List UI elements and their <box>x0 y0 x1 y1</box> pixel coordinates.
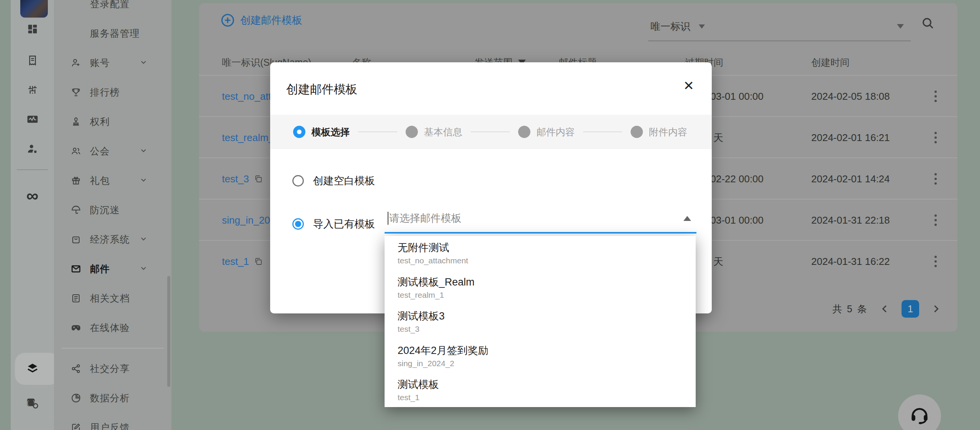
step-label: 模板选择 <box>311 126 350 138</box>
create-template-button[interactable]: 创建邮件模板 <box>220 13 302 28</box>
sidebar-item-mail[interactable]: 邮件 <box>54 254 171 284</box>
sidebar-item-rights[interactable]: 权利 <box>54 107 171 136</box>
kebab-menu-icon[interactable] <box>934 256 937 267</box>
receipt-icon[interactable] <box>11 48 54 73</box>
chevron-down-icon <box>139 264 148 274</box>
trophy-icon <box>71 87 81 97</box>
dropdown-option[interactable]: 测试模板 test_1 <box>385 373 696 407</box>
sidebar-item-analytics[interactable]: 数据分析 <box>54 383 171 413</box>
sidebar-item-gift-pack[interactable]: 礼包 <box>54 166 171 195</box>
sidebar-item-label: 服务器管理 <box>90 27 140 40</box>
dashboard-icon[interactable] <box>11 17 54 41</box>
search-input-dropdown-arrow-icon[interactable] <box>897 24 904 29</box>
radio-checked-icon[interactable] <box>292 218 304 230</box>
template-select-input[interactable]: 请选择邮件模板 <box>385 204 696 234</box>
dropdown-option[interactable]: 测试模板3 test_3 <box>385 304 696 339</box>
copy-icon[interactable] <box>254 257 263 266</box>
slug-cell: test_1 <box>222 241 263 282</box>
support-button[interactable] <box>898 394 941 430</box>
kebab-menu-icon[interactable] <box>934 214 937 226</box>
slug-link[interactable]: test_1 <box>222 256 249 268</box>
layers-icon[interactable] <box>11 357 54 381</box>
step-circle <box>406 126 418 138</box>
text-cursor <box>388 212 388 225</box>
stepper: 模板选择 基本信息 邮件内容 附件内容 <box>270 115 712 149</box>
row-actions-cell <box>928 117 943 158</box>
infinity-icon[interactable]: ∞ <box>11 183 54 208</box>
headset-icon <box>908 405 931 427</box>
sidebar-item-social-share[interactable]: 社交分享 <box>54 354 171 383</box>
total-count-label: 共 5 条 <box>832 303 868 315</box>
sidebar-item-server-management[interactable]: 服务器管理 <box>54 19 171 48</box>
dropdown-option[interactable]: 测试模板_Realm test_realm_1 <box>385 270 696 305</box>
sidebar-item-label: 在线体验 <box>90 321 130 334</box>
step-label: 基本信息 <box>424 126 462 138</box>
sidebar-item-label: 账号 <box>90 57 110 69</box>
created-cell: 2024-02-01 16:21 <box>811 117 890 158</box>
next-page-icon[interactable] <box>931 303 941 314</box>
step-template-choice: 模板选择 <box>293 126 350 138</box>
filter-field-select[interactable]: 唯一标识 <box>648 20 705 33</box>
sidebar: 登录配置 服务器管理 账号 排行榜 <box>54 0 171 430</box>
stamp-icon <box>71 117 81 127</box>
select-arrow-icon <box>699 24 705 29</box>
sidebar-item-label: 公会 <box>90 145 110 157</box>
sidebar-item-account[interactable]: 账号 <box>54 48 171 78</box>
search-icon[interactable] <box>921 16 934 31</box>
sidebar-item-online-demo[interactable]: 在线体验 <box>54 313 171 342</box>
sidebar-item-anti-addiction[interactable]: 防沉迷 <box>54 195 171 225</box>
avatar[interactable] <box>20 0 48 18</box>
kebab-menu-icon[interactable] <box>934 91 937 102</box>
dropdown-option[interactable]: 2024年2月签到奖励 sing_in_2024_2 <box>385 339 696 373</box>
chevron-down-icon <box>139 235 148 245</box>
user-gear-icon[interactable] <box>11 137 54 161</box>
sidebar-item-feedback[interactable]: 用户反馈 <box>54 413 171 430</box>
copy-icon[interactable] <box>254 174 263 183</box>
page-number-button[interactable]: 1 <box>902 300 919 318</box>
option-blank-template[interactable]: 创建空白模板 <box>292 174 375 188</box>
pie-chart-icon <box>71 393 81 403</box>
sidebar-item-guild[interactable]: 公会 <box>54 136 171 166</box>
step-label: 邮件内容 <box>536 126 575 138</box>
shopping-bag-icon <box>71 234 81 245</box>
close-icon[interactable]: ✕ <box>683 79 695 92</box>
activity-card-icon[interactable] <box>11 107 54 131</box>
slug-link[interactable]: test_3 <box>222 173 249 185</box>
dropdown-option[interactable]: 无附件测试 test_no_attachment <box>385 236 696 270</box>
select-collapse-arrow-icon[interactable] <box>683 216 691 221</box>
search-filter-bar: 唯一标识 <box>648 12 911 41</box>
radio-unchecked-icon[interactable] <box>292 175 304 187</box>
mail-icon <box>71 264 81 274</box>
prev-page-icon[interactable] <box>879 303 890 314</box>
sidebar-item-leaderboard[interactable]: 排行榜 <box>54 78 171 107</box>
dropdown-option-title: 测试模板_Realm <box>398 275 696 289</box>
braces-code-icon[interactable]: { } <box>11 391 54 415</box>
sidebar-scrollbar[interactable] <box>167 276 170 387</box>
dropdown-option-title: 测试模板 <box>398 377 696 392</box>
chevron-down-icon <box>139 58 148 68</box>
dropdown-option-slug: test_no_attachment <box>398 255 696 266</box>
dropdown-option-title: 无附件测试 <box>398 240 696 255</box>
icon-rail: ∞ { } <box>11 0 54 430</box>
kebab-menu-icon[interactable] <box>934 173 937 185</box>
kebab-menu-icon[interactable] <box>934 132 937 143</box>
people-icon <box>71 146 81 156</box>
sidebar-item-economy[interactable]: 经济系统 <box>54 225 171 254</box>
option-label: 导入已有模板 <box>313 217 375 231</box>
rail-divider <box>17 169 48 170</box>
step-connector <box>471 131 510 132</box>
chevron-down-icon <box>139 146 148 156</box>
dropdown-option-title: 测试模板3 <box>398 309 696 323</box>
svg-text:{ }: { } <box>26 400 36 406</box>
created-cell: 2024-02-05 18:08 <box>811 76 890 117</box>
sidebar-item-docs[interactable]: 相关文档 <box>54 284 171 313</box>
sidebar-item-login-config[interactable]: 登录配置 <box>54 0 171 19</box>
app-screen: ∞ { } 登录配置 服务器管理 账号 <box>0 0 980 430</box>
sliders-icon[interactable] <box>11 78 54 102</box>
step-connector <box>583 131 622 132</box>
step-basic-info: 基本信息 <box>406 126 462 138</box>
option-import-template[interactable]: 导入已有模板 <box>292 217 375 231</box>
sidebar-item-label: 用户反馈 <box>90 421 130 430</box>
sidebar-divider <box>62 348 164 349</box>
dropdown-option-slug: test_3 <box>398 323 696 335</box>
